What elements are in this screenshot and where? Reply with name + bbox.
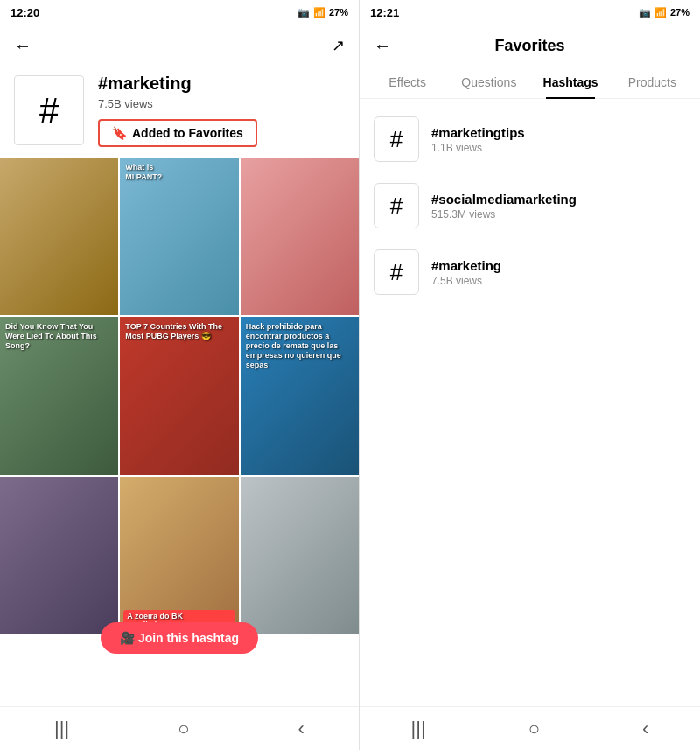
hash-info-2: #socialmediamarketing 515.3M views [431, 192, 686, 221]
grid-item-5[interactable]: TOP 7 Countries With The Most PUBG Playe… [120, 317, 238, 474]
left-time: 12:20 [10, 6, 39, 19]
grid-item-6[interactable]: Hack prohibido para encontrar productos … [241, 317, 359, 474]
bookmark-icon: 🔖 [112, 126, 127, 140]
hash-icon-3: # [374, 249, 419, 295]
battery-label: 27% [329, 7, 348, 18]
hashtag-views: 7.5B views [98, 97, 345, 110]
hashtag-list: # #marketingtips 1.1B views # #socialmed… [360, 99, 700, 706]
right-back-button[interactable]: ← [374, 36, 391, 56]
hash-name-2: #socialmediamarketing [431, 192, 686, 207]
hashtag-title: #marketing [98, 74, 345, 94]
grid-item-1[interactable] [0, 158, 118, 315]
left-nav-menu-icon[interactable]: ||| [54, 718, 69, 740]
right-nav-back-icon[interactable]: ‹ [642, 718, 648, 740]
hash-views-2: 515.3M views [431, 208, 686, 221]
left-status-icons: 📷 📶 27% [298, 7, 348, 18]
tab-hashtags[interactable]: Hashtags [530, 67, 612, 98]
hash-name-3: #marketing [431, 258, 686, 273]
tab-questions[interactable]: Questions [448, 67, 529, 98]
hashtag-info: #marketing 7.5B views 🔖 Added to Favorit… [98, 74, 345, 147]
tab-products[interactable]: Products [612, 67, 693, 98]
left-top-bar: ← ↗ [0, 25, 359, 67]
list-item-3[interactable]: # #marketing 7.5B views [360, 239, 700, 305]
right-nav-home-icon[interactable]: ○ [528, 718, 540, 740]
tab-hashtags-label: Hashtags [543, 75, 598, 89]
tab-effects[interactable]: Effects [367, 67, 448, 98]
tab-products-label: Products [628, 75, 676, 89]
grid-item-3[interactable] [241, 158, 359, 315]
right-bottom-nav: ||| ○ ‹ [360, 706, 700, 750]
hash-icon-1: # [374, 116, 419, 162]
grid-overlay-5: TOP 7 Countries With The Most PUBG Playe… [125, 322, 232, 341]
tab-effects-label: Effects [388, 75, 426, 89]
r-battery-label: 27% [670, 7, 690, 18]
right-top-bar: ← Favorites [360, 25, 700, 67]
right-status-icons: 📷 📶 27% [639, 7, 690, 18]
grid-item-7[interactable] [0, 477, 118, 634]
hashtag-symbol: # [39, 91, 59, 130]
hashtag-header: # #marketing 7.5B views 🔖 Added to Favor… [0, 67, 359, 158]
tab-questions-label: Questions [461, 75, 516, 89]
grid-container: What isMI PANT? Did You Know That You We… [0, 158, 359, 634]
left-nav-back-icon[interactable]: ‹ [298, 718, 304, 740]
grid-item-2[interactable]: What isMI PANT? [120, 158, 238, 315]
right-status-bar: 12:21 📷 📶 27% [360, 0, 700, 25]
right-panel: 12:21 📷 📶 27% ← Favorites Effects Questi… [359, 0, 700, 750]
grid-item-9[interactable] [241, 477, 359, 634]
hash-views-3: 7.5B views [431, 275, 686, 287]
hash-info-3: #marketing 7.5B views [431, 258, 686, 287]
grid-overlay-4: Did You Know That You Were Lied To About… [5, 322, 112, 350]
video-grid: What isMI PANT? Did You Know That You We… [0, 158, 359, 706]
list-item-2[interactable]: # #socialmediamarketing 515.3M views [360, 172, 700, 239]
left-bottom-nav: ||| ○ ‹ [0, 706, 359, 750]
hash-icon-2: # [374, 183, 419, 228]
r-signal-icon: 📶 [654, 7, 667, 18]
left-status-bar: 12:20 📷 📶 27% [0, 0, 359, 25]
favorites-title: Favorites [494, 37, 564, 55]
share-button[interactable]: ↗ [332, 36, 345, 55]
left-nav-home-icon[interactable]: ○ [178, 718, 189, 740]
left-panel: 12:20 📷 📶 27% ← ↗ # #marketing 7.5B view… [0, 0, 359, 750]
tabs-row: Effects Questions Hashtags Products [360, 67, 700, 99]
right-nav-menu-icon[interactable]: ||| [411, 718, 426, 740]
back-button[interactable]: ← [14, 36, 32, 56]
r-camera-icon: 📷 [639, 7, 651, 18]
right-time: 12:21 [370, 6, 399, 19]
hash-info-1: #marketingtips 1.1B views [431, 125, 686, 154]
signal-icon: 📶 [313, 7, 326, 18]
grid-item-8[interactable]: A zoeira do BKtem limite! [120, 477, 238, 634]
hash-name-1: #marketingtips [431, 125, 686, 140]
add-to-favorites-button[interactable]: 🔖 Added to Favorites [98, 119, 257, 147]
hashtag-icon-box: # [14, 75, 84, 145]
grid-overlay-2: What isMI PANT? [125, 163, 162, 182]
favorites-button-label: Added to Favorites [132, 126, 243, 140]
join-hashtag-button[interactable]: 🎥 Join this hashtag [101, 622, 258, 654]
camera-icon: 📷 [298, 7, 310, 18]
list-item-1[interactable]: # #marketingtips 1.1B views [360, 106, 700, 172]
grid-overlay-6: Hack prohibido para encontrar productos … [246, 322, 353, 369]
hash-views-1: 1.1B views [431, 142, 686, 154]
grid-item-4[interactable]: Did You Know That You Were Lied To About… [0, 317, 118, 474]
